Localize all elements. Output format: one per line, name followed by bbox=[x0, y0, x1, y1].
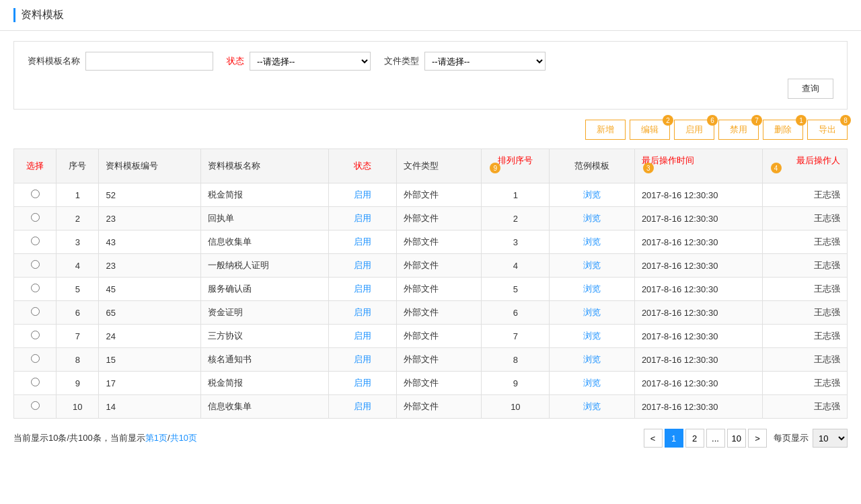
filetype-label: 文件类型 bbox=[384, 55, 419, 67]
row-status: 启用 bbox=[328, 207, 396, 230]
row-select-cell bbox=[14, 325, 57, 348]
browse-link[interactable]: 浏览 bbox=[583, 331, 601, 341]
th-status: 状态 bbox=[328, 149, 396, 183]
row-seq: 1 bbox=[57, 183, 99, 207]
row-seq: 7 bbox=[57, 325, 99, 348]
page-btn-10[interactable]: 10 bbox=[727, 429, 746, 448]
edit-button[interactable]: 编辑 2 bbox=[630, 120, 670, 140]
disable-button[interactable]: 禁用 7 bbox=[718, 120, 759, 140]
row-filetype: 外部文件 bbox=[396, 395, 481, 419]
table-row: 6 65 资金证明 启用 外部文件 6 浏览 2017-8-16 12:30:3… bbox=[14, 301, 848, 325]
name-input[interactable] bbox=[85, 52, 213, 71]
time-badge: 3 bbox=[643, 163, 654, 173]
row-operator: 王志强 bbox=[762, 372, 847, 395]
delete-button[interactable]: 删除 1 bbox=[763, 120, 803, 140]
per-page-dropdown[interactable]: 10 20 50 100 bbox=[813, 429, 848, 448]
th-sample: 范例模板 bbox=[550, 149, 634, 183]
row-order: 7 bbox=[482, 325, 550, 348]
page-btn-1[interactable]: 1 bbox=[665, 429, 683, 448]
export-badge: 8 bbox=[840, 115, 851, 126]
order-badge: 9 bbox=[490, 163, 500, 173]
row-name: 一般纳税人证明 bbox=[201, 254, 329, 278]
row-filetype: 外部文件 bbox=[396, 301, 481, 325]
row-select-cell bbox=[14, 230, 57, 254]
filetype-select[interactable]: --请选择-- 外部文件 内部文件 bbox=[424, 52, 546, 71]
name-field: 资料模板名称 bbox=[28, 52, 213, 71]
table-row: 7 24 三方协议 启用 外部文件 7 浏览 2017-8-16 12:30:3… bbox=[14, 325, 848, 348]
browse-link[interactable]: 浏览 bbox=[583, 190, 601, 200]
pagination-info: 当前显示10条/共100条，当前显示第1页/共10页 bbox=[13, 432, 197, 444]
browse-link[interactable]: 浏览 bbox=[583, 307, 601, 317]
row-select-cell bbox=[14, 301, 57, 325]
pagination-right: < 1 2 ... 10 > 每页显示 10 20 50 100 bbox=[644, 429, 848, 448]
row-radio[interactable] bbox=[31, 237, 40, 245]
row-name: 回执单 bbox=[201, 207, 329, 230]
row-select-cell bbox=[14, 395, 57, 419]
row-radio[interactable] bbox=[31, 260, 40, 269]
row-operator: 王志强 bbox=[762, 395, 847, 419]
row-seq: 10 bbox=[57, 395, 99, 419]
row-status: 启用 bbox=[328, 254, 396, 278]
row-operator: 王志强 bbox=[762, 183, 847, 207]
row-filetype: 外部文件 bbox=[396, 183, 481, 207]
row-radio[interactable] bbox=[31, 284, 40, 292]
browse-link[interactable]: 浏览 bbox=[583, 260, 601, 270]
row-operator: 王志强 bbox=[762, 207, 847, 230]
browse-link[interactable]: 浏览 bbox=[583, 401, 601, 411]
row-status: 启用 bbox=[328, 230, 396, 254]
enable-button[interactable]: 启用 6 bbox=[674, 120, 714, 140]
browse-link[interactable]: 浏览 bbox=[583, 213, 601, 223]
row-radio[interactable] bbox=[31, 190, 40, 198]
toolbar: 新增 编辑 2 启用 6 禁用 7 删除 1 导出 8 bbox=[13, 116, 848, 143]
row-order: 4 bbox=[482, 254, 550, 278]
row-sample: 浏览 bbox=[550, 325, 634, 348]
table-row: 4 23 一般纳税人证明 启用 外部文件 4 浏览 2017-8-16 12:3… bbox=[14, 254, 848, 278]
per-page-select: 每页显示 10 20 50 100 bbox=[774, 429, 848, 448]
browse-link[interactable]: 浏览 bbox=[583, 354, 601, 364]
row-radio[interactable] bbox=[31, 213, 40, 222]
table-row: 9 17 税金简报 启用 外部文件 9 浏览 2017-8-16 12:30:3… bbox=[14, 372, 848, 395]
browse-link[interactable]: 浏览 bbox=[583, 284, 601, 294]
row-time: 2017-8-16 12:30:30 bbox=[634, 207, 762, 230]
th-code: 资料模板编号 bbox=[99, 149, 201, 183]
row-time: 2017-8-16 12:30:30 bbox=[634, 230, 762, 254]
status-select[interactable]: --请选择-- 启用 禁用 bbox=[250, 52, 371, 71]
row-time: 2017-8-16 12:30:30 bbox=[634, 325, 762, 348]
row-radio[interactable] bbox=[31, 378, 40, 386]
row-filetype: 外部文件 bbox=[396, 372, 481, 395]
pagination-area: 当前显示10条/共100条，当前显示第1页/共10页 < 1 2 ... 10 … bbox=[13, 425, 848, 451]
page-link-current[interactable]: 第1页 bbox=[145, 433, 167, 443]
page-prev-button[interactable]: < bbox=[644, 429, 663, 448]
row-order: 8 bbox=[482, 348, 550, 372]
per-page-label: 每页显示 bbox=[774, 432, 809, 444]
row-sample: 浏览 bbox=[550, 395, 634, 419]
row-sample: 浏览 bbox=[550, 207, 634, 230]
row-code: 24 bbox=[99, 325, 201, 348]
row-seq: 8 bbox=[57, 348, 99, 372]
row-status: 启用 bbox=[328, 348, 396, 372]
row-seq: 9 bbox=[57, 372, 99, 395]
row-radio[interactable] bbox=[31, 401, 40, 410]
page-next-button[interactable]: > bbox=[748, 429, 767, 448]
row-time: 2017-8-16 12:30:30 bbox=[634, 301, 762, 325]
delete-badge: 1 bbox=[796, 115, 807, 126]
page-link-total[interactable]: 共10页 bbox=[170, 433, 197, 443]
export-button[interactable]: 导出 8 bbox=[807, 120, 848, 140]
table-body: 1 52 税金简报 启用 外部文件 1 浏览 2017-8-16 12:30:3… bbox=[14, 183, 848, 419]
row-radio[interactable] bbox=[31, 354, 40, 363]
row-order: 5 bbox=[482, 278, 550, 301]
row-filetype: 外部文件 bbox=[396, 348, 481, 372]
add-button[interactable]: 新增 bbox=[585, 120, 626, 140]
browse-link[interactable]: 浏览 bbox=[583, 378, 601, 388]
table-row: 2 23 回执单 启用 外部文件 2 浏览 2017-8-16 12:30:30… bbox=[14, 207, 848, 230]
row-radio[interactable] bbox=[31, 331, 40, 339]
row-status: 启用 bbox=[328, 301, 396, 325]
row-seq: 6 bbox=[57, 301, 99, 325]
browse-link[interactable]: 浏览 bbox=[583, 237, 601, 247]
table-row: 5 45 服务确认函 启用 外部文件 5 浏览 2017-8-16 12:30:… bbox=[14, 278, 848, 301]
page-btn-2[interactable]: 2 bbox=[685, 429, 704, 448]
table-header-row: 选择 序号 资料模板编号 资料模板名称 状态 文件类型 排列序号 bbox=[14, 149, 848, 183]
row-radio[interactable] bbox=[31, 307, 40, 316]
row-seq: 4 bbox=[57, 254, 99, 278]
query-button[interactable]: 查询 bbox=[788, 79, 833, 99]
